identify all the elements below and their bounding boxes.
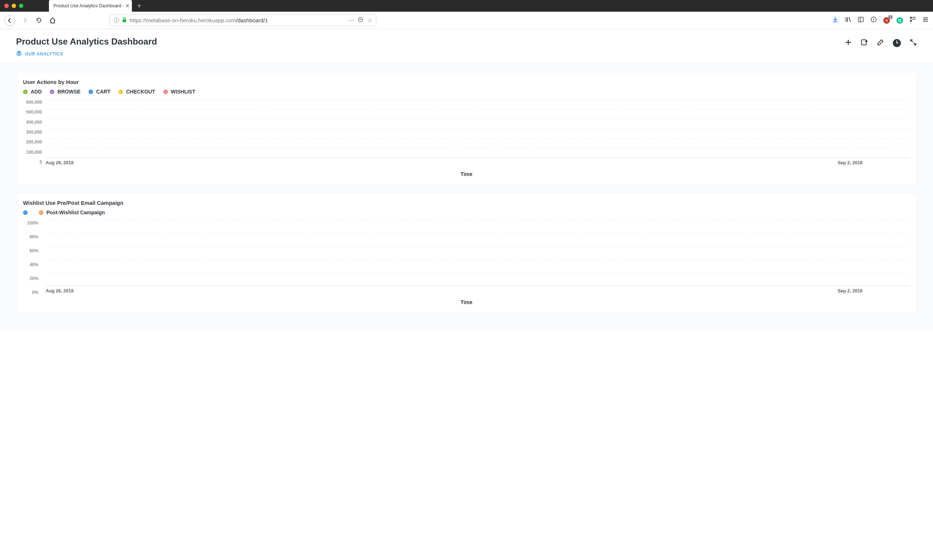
legend-item-cart[interactable]: CART (88, 89, 110, 95)
svg-rect-7 (910, 17, 912, 18)
new-tab-button[interactable]: + (137, 2, 141, 10)
swatch-icon (23, 210, 28, 215)
chart-legend: Post-Wishlist Campaign (23, 209, 910, 215)
browser-toolbar: i https://metabase-on-heroku.herokuapp.c… (0, 12, 933, 29)
swatch-icon (163, 89, 168, 94)
chart-legend: ADD BROWSE CART CHECKOUT WISHLIST (23, 89, 910, 95)
fullscreen-button[interactable] (910, 39, 917, 47)
downloads-icon[interactable] (832, 17, 838, 25)
add-card-button[interactable] (845, 39, 852, 47)
y-axis: 600,000500,000400,000 300,000200,000100,… (23, 100, 45, 165)
svg-rect-2 (859, 17, 864, 22)
refresh-schedule-button[interactable] (893, 39, 901, 47)
address-bar[interactable]: i https://metabase-on-heroku.herokuapp.c… (109, 15, 376, 26)
chart-area: 100%80%60% 40%20%0% Aug 26, 2018 Sep 2, … (23, 220, 910, 305)
dashboard-body: User Actions by Hour ADD BROWSE CART CHE… (0, 63, 933, 330)
site-info-icon[interactable]: i (114, 17, 119, 23)
plot-area (46, 220, 910, 286)
svg-rect-10 (910, 20, 912, 22)
chart-card-wishlist[interactable]: Wishlist Use Pre/Post Email Campaign Pos… (16, 193, 917, 313)
edit-dashboard-button[interactable] (877, 39, 884, 47)
move-dashboard-button[interactable] (861, 39, 868, 47)
back-button[interactable] (5, 15, 15, 26)
svg-point-5 (873, 18, 874, 18)
swatch-icon (39, 210, 43, 215)
plot-area (46, 100, 910, 158)
svg-rect-8 (913, 17, 914, 18)
reload-button[interactable] (34, 16, 43, 25)
chart-title: User Actions by Hour (23, 79, 910, 85)
close-tab-icon[interactable]: ✕ (125, 3, 130, 9)
legend-item-post[interactable]: Post-Wishlist Campaign (39, 209, 105, 215)
grammarly-icon[interactable]: G (896, 17, 903, 24)
bookmark-star-icon[interactable]: ☆ (367, 17, 372, 24)
legend-item-wishlist[interactable]: WISHLIST (163, 89, 196, 95)
svg-rect-16 (861, 40, 866, 45)
swatch-icon (50, 89, 54, 94)
browser-tab[interactable]: Product Use Analytics Dashboard · ✕ (49, 0, 132, 12)
chart-card-user-actions[interactable]: User Actions by Hour ADD BROWSE CART CHE… (16, 72, 917, 185)
traffic-lights (5, 4, 23, 8)
swatch-icon (88, 89, 93, 94)
chart-area: 600,000500,000400,000 300,000200,000100,… (23, 100, 910, 177)
menu-icon[interactable] (922, 17, 928, 25)
legend-item-browse[interactable]: BROWSE (50, 89, 80, 95)
legend-item-pre[interactable] (23, 210, 31, 215)
tab-title: Product Use Analytics Dashboard · (53, 3, 124, 8)
toolbar-right: u 1 G (832, 17, 928, 25)
svg-rect-6 (873, 19, 874, 21)
bars (46, 220, 910, 286)
svg-rect-0 (123, 19, 126, 22)
reader-mode-icon[interactable] (358, 17, 364, 24)
sidebar-icon[interactable] (858, 17, 864, 25)
dashboard-actions (845, 37, 917, 47)
legend-item-add[interactable]: ADD (23, 89, 42, 95)
collection-link[interactable]: OUR ANALYTICS (16, 51, 157, 58)
page-title: Product Use Analytics Dashboard (16, 37, 157, 47)
window-titlebar: Product Use Analytics Dashboard · ✕ + (0, 0, 933, 12)
swatch-icon (118, 89, 123, 94)
svg-rect-12 (914, 18, 916, 20)
swatch-icon (23, 89, 28, 94)
maximize-window-icon[interactable] (19, 4, 23, 8)
library-icon[interactable] (845, 17, 851, 25)
bars (46, 100, 910, 158)
x-axis: Aug 26, 2018 Sep 2, 2018 (46, 160, 910, 165)
svg-rect-11 (913, 18, 914, 20)
y-axis: 100%80%60% 40%20%0% (23, 220, 41, 295)
ublock-badge: 1 (888, 15, 893, 19)
info-circle-icon[interactable] (871, 17, 877, 25)
apps-icon[interactable] (910, 17, 916, 25)
svg-rect-9 (914, 17, 916, 18)
collection-icon (16, 51, 22, 58)
ublock-icon[interactable]: u 1 (883, 17, 890, 24)
home-button[interactable] (48, 16, 57, 25)
x-axis-label: Time (23, 171, 910, 177)
close-window-icon[interactable] (5, 4, 9, 8)
legend-item-checkout[interactable]: CHECKOUT (118, 89, 155, 95)
collection-label: OUR ANALYTICS (25, 51, 63, 57)
minimize-window-icon[interactable] (12, 4, 16, 8)
url-text: https://metabase-on-heroku.herokuapp.com… (130, 17, 345, 23)
chart-title: Wishlist Use Pre/Post Email Campaign (23, 200, 910, 206)
forward-button[interactable] (20, 16, 29, 25)
lock-icon (122, 17, 127, 24)
page-header: Product Use Analytics Dashboard OUR ANAL… (0, 29, 933, 63)
tab-strip: Product Use Analytics Dashboard · ✕ + (49, 0, 141, 12)
x-axis-label: Time (23, 299, 910, 305)
x-axis: Aug 26, 2018 Sep 2, 2018 (46, 288, 910, 294)
page-actions-icon[interactable]: ⋯ (348, 17, 354, 24)
